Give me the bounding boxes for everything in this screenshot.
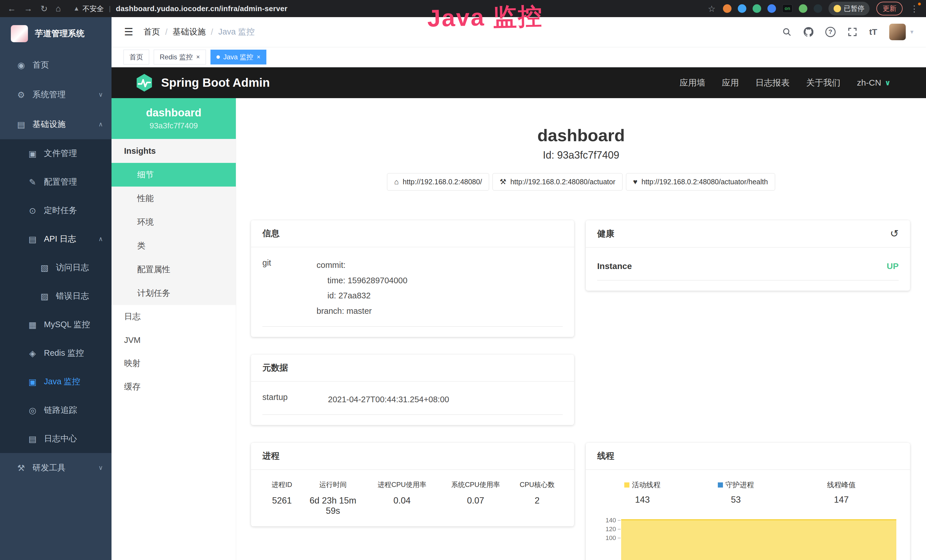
instance-nav-environment[interactable]: 环境 (112, 210, 236, 234)
browser-update-button[interactable]: 更新 (876, 2, 903, 15)
sidebar-item-label: 系统管理 (33, 89, 66, 100)
tab-java-monitor[interactable]: Java 监控 × (210, 50, 266, 65)
sidebar-item-label: 配置管理 (44, 176, 77, 188)
breadcrumb-infra[interactable]: 基础设施 (172, 26, 206, 38)
chevron-down-icon: ∨ (98, 91, 103, 98)
tab-redis-monitor[interactable]: Redis 监控 × (154, 50, 206, 65)
sidebar-item-mysql-monitor[interactable]: ▦ MySQL 监控 (0, 310, 112, 339)
address-bar[interactable]: ▲ 不安全 | dashboard.yudao.iocoder.cn/infra… (73, 4, 708, 14)
extension-icon-5[interactable]: on (782, 4, 793, 13)
gear-icon: ⚙ (16, 90, 26, 100)
close-icon[interactable]: × (257, 53, 260, 61)
instance-nav-beans[interactable]: 类 (112, 234, 236, 257)
sidebar-item-label: 首页 (33, 59, 49, 71)
service-url-link[interactable]: ⌂ http://192.168.0.2:48080/ (387, 173, 489, 191)
extension-icon-1[interactable] (723, 4, 731, 13)
info-card-title: 信息 (262, 228, 280, 239)
instance-nav-loggers[interactable]: 日志 (112, 305, 236, 328)
extension-icon-4[interactable] (767, 4, 776, 13)
health-url-link[interactable]: ♥ http://192.168.0.2:48080/actuator/heal… (626, 173, 775, 191)
extension-icon-3[interactable] (753, 4, 761, 13)
insights-group-label: Insights (112, 139, 236, 163)
sidebar-item-label: 基础设施 (33, 119, 66, 130)
instance-nav-mappings[interactable]: 映射 (112, 352, 236, 375)
sidebar-item-access-log[interactable]: ▧ 访问日志 (0, 253, 112, 282)
main-column: ☰ 首页 / 基础设施 / Java 监控 ? (112, 17, 926, 560)
sidebar-item-config-manage[interactable]: ✎ 配置管理 (0, 168, 112, 196)
fullscreen-icon[interactable] (847, 27, 857, 37)
extension-icon-6[interactable] (799, 4, 807, 13)
bookmark-star-icon[interactable]: ☆ (708, 4, 716, 14)
security-warning-label[interactable]: 不安全 (82, 4, 104, 14)
close-icon[interactable]: × (196, 53, 200, 61)
paused-badge[interactable]: 已暂停 (828, 2, 870, 15)
sidebar-item-infra[interactable]: ▤ 基础设施 ∧ (0, 109, 112, 139)
user-avatar[interactable] (889, 24, 906, 40)
search-icon[interactable] (782, 27, 792, 37)
sba-header: Spring Boot Admin 应用墙 应用 日志报表 关于我们 zh-CN… (112, 67, 926, 98)
instance-nav-configprops[interactable]: 配置属性 (112, 257, 236, 281)
avatar-caret-icon[interactable]: ▾ (910, 28, 914, 36)
breadcrumb-home[interactable]: 首页 (144, 26, 160, 38)
sba-logo-icon (135, 73, 154, 92)
sba-nav-about[interactable]: 关于我们 (806, 77, 840, 89)
insights-group: Insights 细节 性能 环境 类 配置属性 计划任务 (112, 139, 236, 305)
chevron-down-icon: ∨ (98, 464, 103, 472)
instance-nav-jvm[interactable]: JVM (112, 328, 236, 352)
app-logo-row[interactable]: 芋道管理系统 (0, 17, 112, 50)
sba-nav-journal[interactable]: 日志报表 (755, 77, 790, 89)
git-commit-time: time: 1596289704000 (316, 273, 407, 288)
breadcrumb-separator: / (211, 27, 213, 37)
hamburger-icon[interactable]: ☰ (124, 26, 133, 38)
sidebar-item-java-monitor[interactable]: ▣ Java 监控 (0, 368, 112, 396)
sba-nav: 应用墙 应用 日志报表 关于我们 zh-CN ∨ (679, 77, 891, 89)
sidebar-item-file-manage[interactable]: ▣ 文件管理 (0, 139, 112, 168)
sba-locale-select[interactable]: zh-CN ∨ (857, 78, 891, 88)
github-icon[interactable] (803, 27, 813, 37)
sidebar-item-scheduled-job[interactable]: ⊙ 定时任务 (0, 196, 112, 225)
instance-nav-details[interactable]: 细节 (112, 163, 236, 186)
browser-menu-icon[interactable]: ⋮ (910, 4, 918, 14)
tab-label: 首页 (130, 53, 143, 62)
sidebar-item-api-log[interactable]: ▤ API 日志 ∧ (0, 225, 112, 253)
sidebar-item-error-log[interactable]: ▨ 错误日志 (0, 282, 112, 310)
sidebar-item-label: 研发工具 (33, 462, 66, 474)
legend-live-threads: 活动线程 143 (597, 480, 688, 505)
instance-nav-scheduled-tasks[interactable]: 计划任务 (112, 281, 236, 305)
sidebar-item-home[interactable]: ◉ 首页 (0, 50, 112, 80)
browser-home-icon[interactable]: ⌂ (56, 4, 61, 14)
metadata-key: startup (262, 392, 328, 407)
sidebar-item-system[interactable]: ⚙ 系统管理 ∨ (0, 80, 112, 109)
actuator-url-link[interactable]: ⚒ http://192.168.0.2:48080/actuator (493, 173, 623, 191)
font-size-icon[interactable]: tT (869, 27, 877, 37)
url-text[interactable]: dashboard.yudao.iocoder.cn/infra/admin-s… (116, 4, 287, 13)
sidebar-item-trace[interactable]: ◎ 链路追踪 (0, 396, 112, 424)
history-icon[interactable]: ↺ (890, 228, 899, 240)
sidebar-item-redis-monitor[interactable]: ◈ Redis 监控 (0, 339, 112, 368)
help-icon[interactable]: ? (825, 27, 835, 37)
instance-nav-metrics[interactable]: 性能 (112, 186, 236, 210)
sba-title[interactable]: Spring Boot Admin (161, 76, 270, 89)
security-warning-icon: ▲ (73, 5, 80, 12)
home-icon: ⌂ (394, 177, 399, 186)
sba-nav-applications[interactable]: 应用 (722, 77, 739, 89)
sidebar-item-devtools[interactable]: ⚒ 研发工具 ∨ (0, 453, 112, 483)
sba-nav-wallboard[interactable]: 应用墙 (679, 77, 705, 89)
back-icon[interactable]: ← (8, 4, 16, 14)
tab-home[interactable]: 首页 (124, 50, 149, 65)
instance-nav-caches[interactable]: 缓存 (112, 375, 236, 398)
reload-icon[interactable]: ↻ (41, 4, 48, 14)
instance-header[interactable]: dashboard 93a3fc7f7409 (112, 98, 236, 139)
forward-icon[interactable]: → (24, 4, 33, 14)
header-actions: ? tT ▾ (782, 24, 914, 40)
tab-bar: 首页 Redis 监控 × Java 监控 × (112, 47, 926, 67)
sidebar-item-log-center[interactable]: ▤ 日志中心 (0, 424, 112, 453)
extension-icon-7[interactable] (814, 4, 822, 13)
metadata-card: 元数据 startup 2021-04-27T00:44:31.254+08:0… (251, 354, 574, 425)
monitor-icon: ▣ (27, 377, 38, 387)
extension-icon-2[interactable] (738, 4, 746, 13)
edit-icon: ✎ (27, 177, 38, 187)
metadata-card-title: 元数据 (262, 362, 288, 374)
sba-body: dashboard 93a3fc7f7409 Insights 细节 性能 环境… (112, 98, 926, 560)
paused-label: 已暂停 (844, 4, 864, 13)
